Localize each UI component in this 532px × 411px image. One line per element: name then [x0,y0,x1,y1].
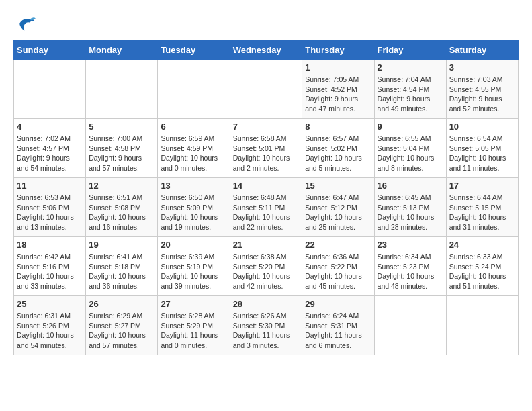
day-info: Sunrise: 7:02 AMSunset: 4:57 PMDaylight:… [17,134,83,173]
week-row-3: 11Sunrise: 6:53 AMSunset: 5:06 PMDayligh… [14,178,519,237]
calendar-cell: 10Sunrise: 6:54 AMSunset: 5:05 PMDayligh… [446,119,518,178]
calendar-cell: 24Sunrise: 6:33 AMSunset: 5:24 PMDayligh… [446,237,518,296]
calendar-cell [230,60,302,119]
day-info: Sunrise: 6:55 AMSunset: 5:04 PMDaylight:… [378,134,443,173]
calendar-cell: 9Sunrise: 6:55 AMSunset: 5:04 PMDaylight… [374,119,446,178]
day-info: Sunrise: 6:53 AMSunset: 5:06 PMDaylight:… [17,193,83,232]
day-info: Sunrise: 6:58 AMSunset: 5:01 PMDaylight:… [233,134,300,173]
calendar-cell [374,296,446,355]
calendar-cell: 13Sunrise: 6:50 AMSunset: 5:09 PMDayligh… [158,178,230,237]
day-number: 8 [305,122,371,132]
day-info: Sunrise: 6:42 AMSunset: 5:16 PMDaylight:… [17,252,83,291]
day-number: 10 [449,122,515,132]
logo [13,13,36,34]
calendar-cell: 25Sunrise: 6:31 AMSunset: 5:26 PMDayligh… [14,296,86,355]
calendar-cell: 26Sunrise: 6:29 AMSunset: 5:27 PMDayligh… [86,296,158,355]
day-number: 23 [378,240,443,250]
day-number: 28 [233,299,300,309]
day-info: Sunrise: 6:59 AMSunset: 4:59 PMDaylight:… [161,134,226,173]
header-day-tuesday: Tuesday [158,41,230,60]
calendar-cell: 11Sunrise: 6:53 AMSunset: 5:06 PMDayligh… [14,178,86,237]
day-info: Sunrise: 7:04 AMSunset: 4:54 PMDaylight:… [378,75,443,114]
calendar-cell [14,60,86,119]
day-number: 11 [17,181,83,191]
calendar-cell: 6Sunrise: 6:59 AMSunset: 4:59 PMDaylight… [158,119,230,178]
calendar-body: 1Sunrise: 7:05 AMSunset: 4:52 PMDaylight… [14,60,519,355]
calendar-cell: 3Sunrise: 7:03 AMSunset: 4:55 PMDaylight… [446,60,518,119]
day-number: 20 [161,240,226,250]
week-row-4: 18Sunrise: 6:42 AMSunset: 5:16 PMDayligh… [14,237,519,296]
calendar-cell: 1Sunrise: 7:05 AMSunset: 4:52 PMDaylight… [302,60,374,119]
day-info: Sunrise: 6:24 AMSunset: 5:31 PMDaylight:… [305,311,371,351]
day-info: Sunrise: 6:54 AMSunset: 5:05 PMDaylight:… [449,134,515,173]
day-number: 22 [305,240,371,250]
calendar-cell [86,60,158,119]
calendar-cell: 21Sunrise: 6:38 AMSunset: 5:20 PMDayligh… [230,237,302,296]
day-info: Sunrise: 6:41 AMSunset: 5:18 PMDaylight:… [89,252,154,291]
day-number: 14 [233,181,300,191]
day-info: Sunrise: 6:28 AMSunset: 5:29 PMDaylight:… [161,311,226,351]
day-info: Sunrise: 6:38 AMSunset: 5:20 PMDaylight:… [233,252,300,291]
day-info: Sunrise: 6:44 AMSunset: 5:15 PMDaylight:… [449,193,515,232]
header-day-saturday: Saturday [446,41,518,60]
calendar-cell: 15Sunrise: 6:47 AMSunset: 5:12 PMDayligh… [302,178,374,237]
day-info: Sunrise: 6:57 AMSunset: 5:02 PMDaylight:… [305,134,371,173]
day-number: 12 [89,181,154,191]
day-number: 21 [233,240,300,250]
day-number: 1 [305,62,371,73]
calendar-cell: 2Sunrise: 7:04 AMSunset: 4:54 PMDaylight… [374,60,446,119]
calendar-cell: 5Sunrise: 7:00 AMSunset: 4:58 PMDaylight… [86,119,158,178]
day-info: Sunrise: 6:50 AMSunset: 5:09 PMDaylight:… [161,193,226,232]
calendar-cell: 14Sunrise: 6:48 AMSunset: 5:11 PMDayligh… [230,178,302,237]
calendar-cell: 16Sunrise: 6:45 AMSunset: 5:13 PMDayligh… [374,178,446,237]
day-info: Sunrise: 6:48 AMSunset: 5:11 PMDaylight:… [233,193,300,232]
day-number: 3 [449,62,515,73]
calendar-cell: 27Sunrise: 6:28 AMSunset: 5:29 PMDayligh… [158,296,230,355]
day-number: 16 [378,181,443,191]
day-number: 7 [233,122,300,132]
day-number: 5 [89,122,154,132]
day-number: 19 [89,240,154,250]
calendar-cell [446,296,518,355]
header-row: SundayMondayTuesdayWednesdayThursdayFrid… [14,41,519,60]
day-info: Sunrise: 6:33 AMSunset: 5:24 PMDaylight:… [449,252,515,291]
header-day-friday: Friday [374,41,446,60]
header-day-monday: Monday [86,41,158,60]
day-number: 9 [378,122,443,132]
day-number: 13 [161,181,226,191]
calendar-header: SundayMondayTuesdayWednesdayThursdayFrid… [14,41,519,60]
header-day-sunday: Sunday [14,41,86,60]
calendar-cell: 8Sunrise: 6:57 AMSunset: 5:02 PMDaylight… [302,119,374,178]
day-info: Sunrise: 7:03 AMSunset: 4:55 PMDaylight:… [449,75,515,114]
day-number: 15 [305,181,371,191]
day-number: 24 [449,240,515,250]
calendar-cell [158,60,230,119]
day-number: 17 [449,181,515,191]
day-info: Sunrise: 7:05 AMSunset: 4:52 PMDaylight:… [305,75,371,114]
day-number: 26 [89,299,154,309]
calendar-cell: 23Sunrise: 6:34 AMSunset: 5:23 PMDayligh… [374,237,446,296]
day-info: Sunrise: 6:51 AMSunset: 5:08 PMDaylight:… [89,193,154,232]
header-day-thursday: Thursday [302,41,374,60]
day-number: 18 [17,240,83,250]
calendar-cell: 7Sunrise: 6:58 AMSunset: 5:01 PMDaylight… [230,119,302,178]
day-number: 25 [17,299,83,309]
day-info: Sunrise: 7:00 AMSunset: 4:58 PMDaylight:… [89,134,154,173]
day-info: Sunrise: 6:47 AMSunset: 5:12 PMDaylight:… [305,193,371,232]
day-number: 6 [161,122,226,132]
calendar-table: SundayMondayTuesdayWednesdayThursdayFrid… [13,40,519,355]
logo-bird-icon [15,13,36,34]
day-info: Sunrise: 6:39 AMSunset: 5:19 PMDaylight:… [161,252,226,291]
day-info: Sunrise: 6:34 AMSunset: 5:23 PMDaylight:… [378,252,443,291]
week-row-2: 4Sunrise: 7:02 AMSunset: 4:57 PMDaylight… [14,119,519,178]
header-day-wednesday: Wednesday [230,41,302,60]
calendar-cell: 22Sunrise: 6:36 AMSunset: 5:22 PMDayligh… [302,237,374,296]
calendar-cell: 12Sunrise: 6:51 AMSunset: 5:08 PMDayligh… [86,178,158,237]
week-row-5: 25Sunrise: 6:31 AMSunset: 5:26 PMDayligh… [14,296,519,355]
day-info: Sunrise: 6:36 AMSunset: 5:22 PMDaylight:… [305,252,371,291]
day-number: 27 [161,299,226,309]
calendar-cell: 29Sunrise: 6:24 AMSunset: 5:31 PMDayligh… [302,296,374,355]
day-number: 2 [378,62,443,73]
calendar-cell: 18Sunrise: 6:42 AMSunset: 5:16 PMDayligh… [14,237,86,296]
week-row-1: 1Sunrise: 7:05 AMSunset: 4:52 PMDaylight… [14,60,519,119]
